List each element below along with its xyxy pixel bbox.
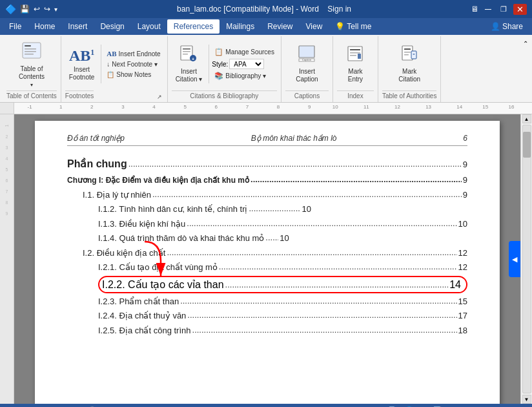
page-header: Đồ án tốt nghiệp Bộ môn khai thác hầm lò… (67, 134, 467, 146)
quick-save[interactable]: 💾 (20, 5, 30, 14)
footnotes-dialog-launcher[interactable]: ↗ (156, 93, 163, 101)
menu-insert[interactable]: Insert (61, 19, 94, 34)
insert-footnote-button[interactable]: AB1 InsertFootnote (65, 45, 98, 84)
toc-entry: I.1. Địa lý tự nhiên 9 (67, 189, 467, 202)
scroll-down-button[interactable]: ▼ (522, 395, 531, 404)
ribbon-group-index: MarkEntry Index (333, 36, 378, 102)
svg-text:Caption: Caption (303, 58, 312, 61)
mark-entry-button[interactable]: MarkEntry (341, 42, 369, 86)
svg-rect-18 (358, 54, 361, 59)
menu-view[interactable]: View (300, 19, 329, 34)
toc-entry: I.2. Điều kiện địa chất 12 (67, 247, 467, 260)
citation-style-select[interactable]: APA MLA Chicago (229, 59, 264, 69)
footnote-icon: AB1 (69, 47, 94, 65)
notes-icon: 📋 (107, 71, 114, 78)
insert-citation-button[interactable]: + InsertCitation ▾ (172, 42, 207, 86)
toc-entry: I.1.4. Quá trình thăm dò và khai thác kh… (67, 232, 467, 245)
svg-rect-15 (350, 49, 360, 50)
ruler-left-margin (0, 103, 14, 114)
svg-rect-6 (183, 48, 190, 50)
endnote-icon: AB (107, 50, 116, 57)
ribbon-group-citations: + InsertCitation ▾ 📋 Manage Sources Styl… (168, 36, 281, 102)
ribbon-group-authorities: " MarkCitation Table of Authorities (378, 36, 442, 102)
show-notes-button[interactable]: 📋 Show Notes (104, 70, 163, 79)
minimize-button[interactable]: ─ (482, 4, 494, 14)
toc-entry: I.2.4. Địa chất thuỷ văn 17 (67, 309, 467, 322)
toc-entry: I.1.3. Điều kiện khí hậu 10 (67, 218, 467, 231)
close-button[interactable]: ✕ (513, 4, 527, 15)
toc-dropdown-arrow[interactable]: ▾ (30, 82, 33, 88)
svg-rect-4 (25, 54, 34, 55)
lightbulb-icon: 💡 (335, 22, 345, 31)
ribbon-group-captions: Caption InsertCaption Captions (281, 36, 333, 102)
menu-review[interactable]: Review (261, 19, 299, 34)
menu-references[interactable]: References (167, 19, 220, 34)
main-area: 1 2 3 4 5 6 7 8 9 Đồ án tốt nghiệp Bộ mô… (0, 114, 532, 404)
authorities-group-label: Table of Authorities (382, 90, 437, 101)
scroll-up-button[interactable]: ▲ (522, 114, 531, 123)
svg-text:": " (413, 53, 415, 57)
svg-rect-8 (183, 54, 188, 55)
insert-caption-button[interactable]: Caption InsertCaption (292, 42, 322, 86)
svg-rect-22 (404, 54, 409, 56)
ruler-ticks: -1 1 2 3 4 5 6 7 8 9 10 11 12 13 14 15 1… (14, 103, 532, 114)
window-controls: 🖥 ─ ❐ ✕ (471, 4, 527, 15)
document-area: Đồ án tốt nghiệp Bộ môn khai thác hầm lò… (14, 114, 520, 404)
toc-entry-highlighted-wrapper: I.2.2. Cấu tạo các vỉa than 14 (67, 276, 467, 293)
screen-icon: 🖥 (471, 5, 478, 14)
menu-home[interactable]: Home (28, 19, 61, 34)
citations-group-label: Citations & Bibliography (172, 90, 277, 101)
share-icon: 👤 (491, 22, 500, 31)
ruler: -1 1 2 3 4 5 6 7 8 9 10 11 12 13 14 15 1… (0, 103, 532, 114)
menu-design[interactable]: Design (94, 19, 130, 34)
menu-tell-me[interactable]: 💡 Tell me (329, 19, 378, 34)
quick-redo[interactable]: ↪ (44, 5, 50, 14)
dropbox-icon[interactable]: ◀ (509, 241, 520, 277)
title-bar-title: ban_lam.doc [Compatibility Mode] - Word … (57, 5, 471, 14)
ribbon: Đồ án tốt nghiệp Table ofContents ▾ Tabl… (0, 35, 532, 103)
toc-entry: Phần chung 9 (67, 156, 467, 172)
next-footnote-button[interactable]: ↓ Next Footnote ▾ (104, 59, 163, 69)
menu-bar: File Home Insert Design Layout Reference… (0, 18, 532, 35)
toc-entry: I.2.5. Địa chất công trình 18 (67, 324, 467, 337)
menu-mailings[interactable]: Mailings (220, 19, 261, 34)
toc-entry: Chương I: Đặc Điểm và điều kiện địa chất… (67, 174, 467, 187)
toc-button[interactable]: Đồ án tốt nghiệp Table ofContents ▾ (15, 37, 48, 90)
ribbon-group-toc: Đồ án tốt nghiệp Table ofContents ▾ Tabl… (3, 36, 61, 102)
index-group-label: Index (337, 90, 374, 101)
toc-entry: I.1.2. Tình hình dân cư, kinh tế, chính … (67, 203, 467, 216)
scroll-track[interactable] (522, 125, 531, 393)
menu-share[interactable]: 👤 Share (484, 19, 529, 34)
bibliography-button[interactable]: 📚 Bibliography ▾ (212, 70, 277, 81)
bibliography-icon: 📚 (214, 72, 223, 80)
footnotes-group-label: Footnotes (65, 90, 94, 101)
title-bar: 🔷 💾 ↩ ↪ ▾ ban_lam.doc [Compatibility Mod… (0, 0, 532, 18)
svg-text:+: + (192, 57, 194, 61)
toc-icon (21, 40, 42, 64)
title-bar-left: 🔷 💾 ↩ ↪ ▾ (5, 4, 57, 14)
vertical-scrollbar[interactable]: ▲ ▼ (520, 114, 532, 404)
citation-icon: + (179, 45, 198, 67)
svg-rect-11 (299, 46, 314, 57)
svg-rect-7 (183, 51, 190, 52)
ribbon-collapse-button[interactable]: ⌃ (522, 39, 529, 48)
quick-undo[interactable]: ↩ (34, 5, 40, 14)
mark-citation-button[interactable]: " MarkCitation (394, 42, 424, 86)
restore-button[interactable]: ❐ (498, 5, 509, 14)
manage-sources-button[interactable]: 📋 Manage Sources (212, 47, 277, 57)
menu-file[interactable]: File (3, 19, 28, 34)
svg-rect-16 (350, 52, 360, 54)
insert-endnote-button[interactable]: AB Insert Endnote (104, 48, 163, 59)
scroll-thumb[interactable] (523, 132, 531, 158)
manage-icon: 📋 (214, 48, 223, 56)
page: Đồ án tốt nghiệp Bộ môn khai thác hầm lò… (35, 121, 500, 404)
status-bar: Trang 1/20 1234 từ 🔍 📄 🌐 ≡ 📝 100% + (0, 404, 532, 407)
toc-group-label: Table of Contents (6, 90, 57, 101)
svg-rect-3 (25, 51, 36, 52)
mark-citation-icon: " (400, 45, 418, 67)
menu-layout[interactable]: Layout (131, 19, 167, 34)
toc-entry: I.2.1. Cấu tạo địa chất vùng mỏ 12 (67, 261, 467, 274)
captions-group-label: Captions (285, 90, 329, 101)
caption-icon: Caption (298, 45, 316, 67)
word-icon: 🔷 (5, 4, 16, 14)
